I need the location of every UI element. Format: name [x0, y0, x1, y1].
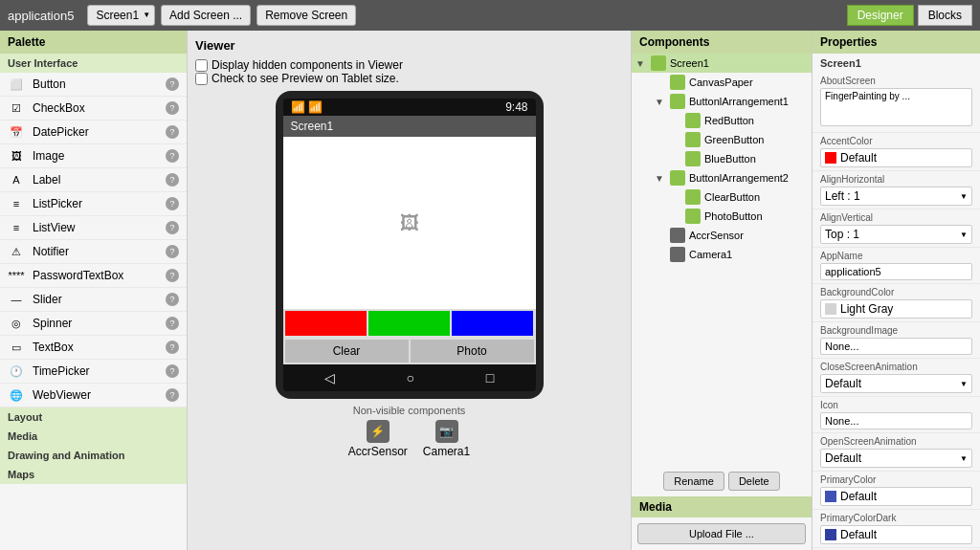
prop-color-value-accentcolor[interactable]: Default [820, 148, 972, 167]
tree-item-photobutton[interactable]: PhotoButton [632, 207, 812, 226]
color-swatch [825, 152, 836, 164]
tree-expand-icon: ▼ [655, 97, 666, 107]
prop-input-appname[interactable] [820, 263, 972, 280]
phone-screen[interactable]: 🖼 [283, 137, 536, 309]
add-screen-button[interactable]: Add Screen ... [161, 5, 251, 26]
tree-item-greenbutton[interactable]: GreenButton [632, 130, 812, 149]
tree-item-buttonlarrangement2[interactable]: ▼ ButtonlArrangement2 [632, 168, 812, 187]
palette-help-icon[interactable]: ? [166, 197, 179, 210]
camera-label: Camera1 [423, 445, 470, 458]
palette-help-icon[interactable]: ? [166, 245, 179, 258]
remove-screen-button[interactable]: Remove Screen [256, 5, 356, 26]
palette-item-button[interactable]: ⬜ Button ? [0, 73, 187, 97]
palette-help-icon[interactable]: ? [166, 364, 179, 378]
prop-dropdown-closescreenanimation[interactable]: Default [820, 374, 972, 393]
palette-help-icon[interactable]: ? [166, 341, 179, 354]
upload-file-button[interactable]: Upload File ... [637, 523, 806, 544]
palette-item-slider[interactable]: — Slider ? [0, 288, 187, 312]
back-nav-icon[interactable]: ◁ [324, 370, 335, 385]
tree-item-accrsensor[interactable]: AccrSensor [632, 226, 812, 245]
accrsensor-label: AccrSensor [348, 445, 408, 458]
designer-button[interactable]: Designer [847, 5, 914, 26]
palette-item-icon: A [8, 171, 25, 188]
tree-item-clearbutton[interactable]: ClearButton [632, 187, 812, 207]
red-button[interactable] [285, 311, 367, 336]
palette-item-label: Image [33, 149, 158, 163]
prop-row-backgroundcolor: BackgroundColor Light Gray [813, 284, 980, 322]
home-nav-icon[interactable]: ○ [407, 370, 414, 385]
palette-item-textbox[interactable]: ▭ TextBox ? [0, 336, 187, 360]
palette-help-icon[interactable]: ? [166, 221, 179, 234]
palette-item-listview[interactable]: ≡ ListView ? [0, 216, 187, 240]
palette-item-webviewer[interactable]: 🌐 WebViewer ? [0, 384, 187, 407]
phone-mockup: 📶 📶 9:48 Screen1 🖼 Clear Photo ◁ ○ [276, 91, 544, 399]
signal-icon: 📶 [308, 100, 323, 114]
prop-color-value-primarycolor[interactable]: Default [820, 487, 972, 506]
prop-textarea-aboutscreen[interactable]: FingerPainting by ... [820, 88, 972, 126]
tree-node-label: AccrSensor [689, 230, 744, 241]
palette-help-icon[interactable]: ? [166, 317, 179, 330]
palette-help-icon[interactable]: ? [166, 125, 179, 139]
tree-item-buttonlarrangement1[interactable]: ▼ ButtonlArrangement1 [632, 92, 812, 111]
ui-section-header: User Interface [0, 54, 187, 73]
palette-item-notifier[interactable]: ⚠ Notifier ? [0, 240, 187, 264]
tree-item-screen1[interactable]: ▼ Screen1 [632, 54, 812, 73]
tree-item-redbutton[interactable]: RedButton [632, 111, 812, 130]
clear-action-button[interactable]: Clear [285, 340, 409, 363]
palette-help-icon[interactable]: ? [166, 149, 179, 163]
palette-item-label: TextBox [33, 341, 158, 354]
prop-label-icon: Icon [820, 400, 972, 410]
hidden-components-checkbox-label[interactable]: Display hidden components in Viewer [195, 58, 623, 72]
palette-item-label: PasswordTextBox [33, 269, 158, 282]
prop-dropdown-openscreenanimation[interactable]: Default [820, 449, 972, 468]
tree-item-bluebutton[interactable]: BlueButton [632, 149, 812, 168]
prop-label-primarycolordark: PrimaryColorDark [820, 513, 972, 523]
tree-node-icon [670, 228, 685, 243]
rename-button[interactable]: Rename [663, 472, 724, 491]
palette-item-timepicker[interactable]: 🕐 TimePicker ? [0, 360, 187, 384]
palette-item-label: Notifier [33, 245, 158, 258]
properties-panel: Properties Screen1 AboutScreen FingerPai… [813, 31, 980, 550]
prop-input-icon[interactable] [820, 412, 972, 429]
palette-help-icon[interactable]: ? [166, 388, 179, 402]
prop-label-primarycolor: PrimaryColor [820, 474, 972, 485]
palette-help-icon[interactable]: ? [166, 173, 179, 187]
palette-item-listpicker[interactable]: ≡ ListPicker ? [0, 192, 187, 216]
palette-item-label[interactable]: A Label ? [0, 168, 187, 192]
palette-help-icon[interactable]: ? [166, 101, 179, 115]
tablet-preview-checkbox-label[interactable]: Check to see Preview on Tablet size. [195, 72, 623, 85]
palette-item-checkbox[interactable]: ☑ CheckBox ? [0, 97, 187, 121]
tree-node-label: RedButton [704, 115, 754, 126]
screen-dropdown[interactable]: Screen1 [87, 5, 155, 26]
hidden-components-checkbox[interactable] [195, 59, 208, 72]
tree-node-label: ClearButton [704, 191, 760, 203]
palette-help-icon[interactable]: ? [166, 77, 179, 91]
palette-item-datepicker[interactable]: 📅 DatePicker ? [0, 121, 187, 144]
blue-button[interactable] [452, 311, 533, 336]
green-button[interactable] [368, 311, 450, 336]
prop-color-value-backgroundcolor[interactable]: Light Gray [820, 299, 972, 319]
color-swatch [825, 529, 836, 540]
photo-action-button[interactable]: Photo [411, 340, 534, 363]
properties-header: Properties [813, 31, 980, 54]
prop-dropdown-alignhorizontal[interactable]: Left : 1 [820, 187, 972, 206]
prop-input-backgroundimage[interactable] [820, 338, 972, 355]
blocks-button[interactable]: Blocks [918, 5, 972, 26]
prop-label-backgroundcolor: BackgroundColor [820, 287, 972, 297]
prop-color-value-primarycolordark[interactable]: Default [820, 525, 972, 544]
palette-item-label: DatePicker [33, 125, 158, 139]
component-tree: ▼ Screen1 CanvasPaper ▼ ButtonlArrangeme… [632, 54, 812, 472]
dropdown-value: Default [825, 451, 861, 465]
prop-dropdown-alignvertical[interactable]: Top : 1 [820, 225, 972, 244]
palette-item-passwordtextbox[interactable]: **** PasswordTextBox ? [0, 264, 187, 288]
delete-button[interactable]: Delete [728, 472, 780, 491]
tree-node-icon [685, 132, 701, 147]
tablet-preview-checkbox[interactable] [195, 73, 208, 85]
palette-help-icon[interactable]: ? [166, 269, 179, 282]
palette-item-spinner[interactable]: ◎ Spinner ? [0, 312, 187, 336]
palette-item-image[interactable]: 🖼 Image ? [0, 144, 187, 168]
recents-nav-icon[interactable]: □ [486, 370, 494, 385]
palette-help-icon[interactable]: ? [166, 293, 179, 306]
tree-item-camera1[interactable]: Camera1 [632, 245, 812, 264]
tree-item-canvaspaper[interactable]: CanvasPaper [632, 73, 812, 92]
